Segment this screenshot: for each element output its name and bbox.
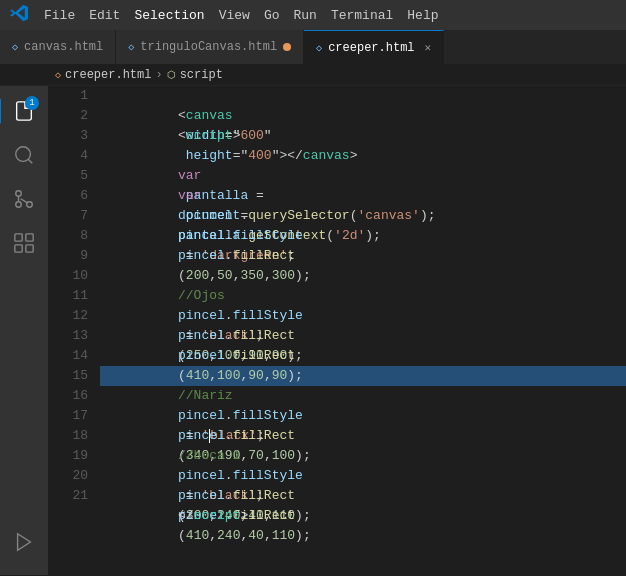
tab-icon-creeper: ◇ — [316, 42, 322, 54]
tab-label-creeper: creeper.html — [328, 41, 414, 55]
svg-rect-8 — [26, 245, 33, 252]
svg-point-4 — [16, 202, 22, 208]
line-1: <canvas width="600" height="400"></canva… — [100, 86, 626, 106]
svg-marker-9 — [18, 534, 31, 551]
activity-extensions[interactable] — [7, 226, 41, 260]
menu-view[interactable]: View — [219, 8, 250, 23]
vscode-logo — [10, 4, 28, 27]
breadcrumb: ◇ creeper.html › ⬡ script — [0, 65, 626, 86]
tab-bar: ◇ canvas.html ◇ tringuloCanvas.html ◇ cr… — [0, 30, 626, 65]
tab-triangulo[interactable]: ◇ tringuloCanvas.html — [116, 30, 304, 64]
svg-rect-7 — [15, 245, 22, 252]
editor: 12345 678910 1112131415 1617181920 21 <c… — [48, 86, 626, 575]
breadcrumb-file: creeper.html — [65, 68, 151, 82]
menu-selection[interactable]: Selection — [134, 8, 204, 23]
menu-run[interactable]: Run — [293, 8, 316, 23]
activity-source-control[interactable] — [7, 182, 41, 216]
tab-label-canvas: canvas.html — [24, 40, 103, 54]
menu-file[interactable]: File — [44, 8, 75, 23]
svg-point-0 — [16, 147, 31, 162]
svg-point-3 — [16, 191, 22, 197]
tab-icon-triangulo: ◇ — [128, 41, 134, 53]
breadcrumb-section: script — [180, 68, 223, 82]
files-badge: 1 — [25, 96, 39, 110]
tab-label-triangulo: tringuloCanvas.html — [140, 40, 277, 54]
menu-edit[interactable]: Edit — [89, 8, 120, 23]
tab-close-creeper[interactable]: ✕ — [425, 41, 432, 54]
tab-modified-dot — [283, 43, 291, 51]
tab-canvas[interactable]: ◇ canvas.html — [0, 30, 116, 64]
activity-files[interactable]: 1 — [7, 94, 41, 128]
tab-icon-canvas: ◇ — [12, 41, 18, 53]
breadcrumb-section-icon: ⬡ — [167, 69, 176, 81]
menu-bar: File Edit Selection View Go Run Terminal… — [44, 8, 439, 23]
activity-bar: 1 — [0, 86, 48, 575]
svg-line-1 — [28, 159, 32, 163]
line-numbers: 12345 678910 1112131415 1617181920 21 — [48, 86, 96, 575]
breadcrumb-file-icon: ◇ — [55, 69, 61, 81]
code-content: <canvas width="600" height="400"></canva… — [96, 86, 626, 575]
breadcrumb-separator: › — [155, 68, 162, 82]
menu-terminal[interactable]: Terminal — [331, 8, 393, 23]
code-area[interactable]: 12345 678910 1112131415 1617181920 21 <c… — [48, 86, 626, 575]
menu-go[interactable]: Go — [264, 8, 280, 23]
svg-rect-5 — [15, 234, 22, 241]
tab-creeper[interactable]: ◇ creeper.html ✕ — [304, 30, 444, 64]
menu-help[interactable]: Help — [407, 8, 438, 23]
activity-search[interactable] — [7, 138, 41, 172]
titlebar: File Edit Selection View Go Run Terminal… — [0, 0, 626, 30]
activity-run[interactable] — [7, 525, 41, 559]
main-area: 1 12345 — [0, 86, 626, 575]
svg-rect-6 — [26, 234, 33, 241]
